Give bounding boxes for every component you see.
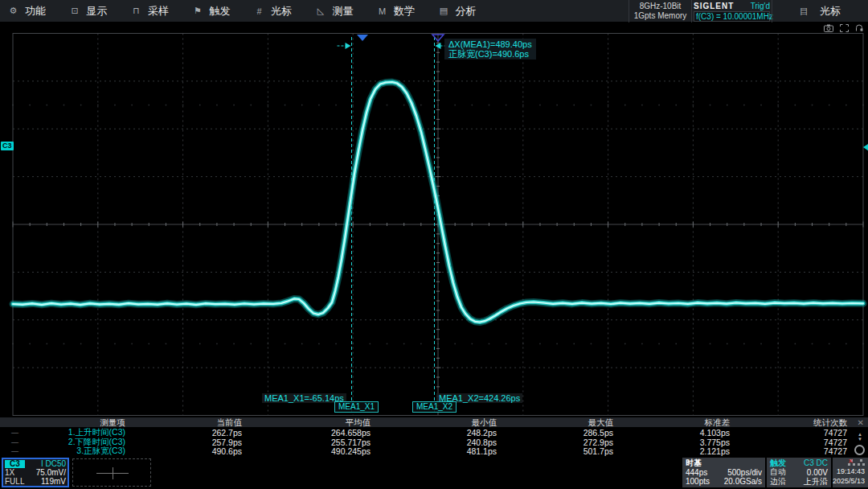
menu-measure-label: 测量 [333,4,354,18]
waveform-display[interactable]: ΔX(MEA1)=489.40ps 正脉宽(C3)=490.6ps MEA1_X… [0,23,868,417]
trigger-source: C3 DC [804,458,828,467]
timebase-title: 时基 [686,458,702,469]
menu-bar: ⚙功能 ⊡显示 ⊓采样 ⚑触发 #光标 ◺测量 M数学 ▤分析 8GHz-10B… [0,0,868,23]
add-channel-box[interactable] [72,458,151,487]
menu-math-label: 数学 [394,4,415,18]
measurement-row-rise-time[interactable]: — 1.上升时间(C3) 262.7ps 264.658ps 248.2ps 2… [0,427,868,437]
row-handle-icon: — [0,429,28,437]
oscilloscope-screen: ⚙功能 ⊡显示 ⊓采样 ⚑触发 #光标 ◺测量 M数学 ▤分析 8GHz-10B… [0,0,868,489]
graticule-svg[interactable] [0,23,868,417]
list-icon: 目 [800,6,809,18]
fullscreen-icon[interactable] [840,24,849,32]
reset-statistics-icon[interactable] [854,445,865,455]
trigger-descriptor[interactable]: 触发 C3 DC 自动 0.00V 边沿 上升沿 [767,458,831,487]
menu-display-label: 显示 [87,4,108,18]
clock-time: 19:14:43 [836,466,865,476]
trigger-status-badge: Trig'd [751,2,770,10]
status-bar: C3 I DC50 1X 75.0mV/ FULL 119mV 时基 444ps… [0,457,868,489]
math-icon: M [377,6,387,16]
notification-bell-icon[interactable] [855,24,863,32]
col-std: 标准差 [615,417,731,429]
network-icon [858,459,865,466]
measurement-row-pos-width[interactable]: — 3.正脉宽(C3) 490.6ps 490.245ps 481.1ps 50… [0,446,868,455]
screenshot-camera-icon[interactable] [824,24,833,32]
col-min: 最小值 [372,417,498,429]
trigger-level-marker[interactable] [863,143,868,152]
menu-measure[interactable]: ◺测量 [308,0,370,22]
menu-function[interactable]: ⚙功能 [0,0,62,22]
menu-function-label: 功能 [25,4,46,18]
menu-trigger-label: 触发 [210,4,231,18]
measurement-table: 测量项 当前值 平均值 最小值 最大值 标准差 统计次数 — 1.上升时间(C3… [0,417,868,457]
col-mean: 平均值 [244,417,372,429]
channel-probe: 1X [5,468,14,477]
menu-acquire[interactable]: ⊓采样 [123,0,185,22]
edge-markers[interactable] [357,35,868,152]
menu-cursors[interactable]: #光标 [246,0,308,22]
siglent-logo: SIGLENT [694,2,734,10]
col-current: 当前值 [127,417,244,429]
col-max: 最大值 [498,417,615,429]
system-info: 8GHz-10Bit 1Gpts Memory [628,0,691,23]
measurement-table-header: 测量项 当前值 平均值 最小值 最大值 标准差 统计次数 [0,417,868,427]
channel-offset: 119mV [41,477,66,486]
timebase-descriptor[interactable]: 时基 444ps 500ps/div 100pts 20.0GSa/s [682,458,765,487]
delta-x-value: ΔX(MEA1)=489.40ps [448,39,532,49]
datetime-box: ✕ 19:14:43 2025/5/13 [833,458,868,487]
timebase-delay: 444ps [686,468,707,477]
menu-trigger[interactable]: ⚑触发 [185,0,247,22]
timebase-scale: 500ps/div [727,468,762,477]
menu-acquire-label: 采样 [148,4,169,18]
channel-bandwidth: FULL [5,477,24,486]
trigger-slope: 上升沿 [804,476,828,487]
menu-display[interactable]: ⊡显示 [62,0,124,22]
trigger-position-marker[interactable] [357,35,368,41]
brand-status-box: SIGLENT Trig'd f(C3) = 10.00001MHz [691,0,772,23]
display-icon: ⊡ [70,6,80,16]
table-scroll-spinner[interactable]: ▲▼ [858,432,862,442]
row-handle-icon: — [0,438,28,446]
channel-scale: 75.0mV/ [36,468,66,477]
lan-disconnected-icon: ✕ [848,459,855,466]
analysis-icon: ▤ [439,6,449,16]
cursor1-handle[interactable]: MEA1_X1 [334,401,379,413]
menu-analysis-label: 分析 [456,4,477,18]
clock-date: 2025/5/13 [836,476,865,486]
menu-cursors-label: 光标 [271,4,292,18]
menu-cursors-dialog[interactable]: 目 光标 [772,0,868,23]
cursor-delta-readout: ΔX(MEA1)=489.40ps 正脉宽(C3)=490.6ps [444,39,536,60]
timebase-sample-rate: 20.0GSa/s [724,477,762,486]
cursor2-handle[interactable]: MEA1_X2 [412,401,457,413]
gear-icon: ⚙ [8,6,18,16]
measure-icon: ◺ [316,6,326,16]
positive-width-value: 正脉宽(C3)=490.6ps [448,49,532,59]
channel-offset-marker[interactable]: C3 [1,142,14,150]
menu-analysis[interactable]: ▤分析 [431,0,493,22]
measurement-row-fall-time[interactable]: — 2.下降时间(C3) 257.9ps 255.717ps 240.8ps 2… [0,437,868,446]
acquire-icon: ⊓ [131,6,141,16]
close-table-icon[interactable]: ✕ [858,418,864,427]
trigger-type: 边沿 [770,476,786,487]
cursor1-arrow-icon [346,43,351,49]
channel-coupling: I DC50 [41,459,66,468]
channel-c3-descriptor[interactable]: C3 I DC50 1X 75.0mV/ FULL 119mV [2,458,69,487]
bandwidth-bits-label: 8GHz-10Bit [629,2,691,11]
menu-cursors-dialog-label: 光标 [820,4,841,18]
row-handle-icon: — [0,447,28,455]
trigger-flag-icon: ⚑ [193,6,203,16]
channel-name-badge: C3 [5,460,25,468]
timebase-points: 100pts [686,477,710,486]
frequency-counter: f(C3) = 10.00001MHz [694,11,770,22]
menu-math[interactable]: M数学 [369,0,431,22]
col-count: 统计次数 [731,417,849,429]
cursor-icon: # [254,6,264,16]
memory-depth-label: 1Gpts Memory [629,11,691,21]
